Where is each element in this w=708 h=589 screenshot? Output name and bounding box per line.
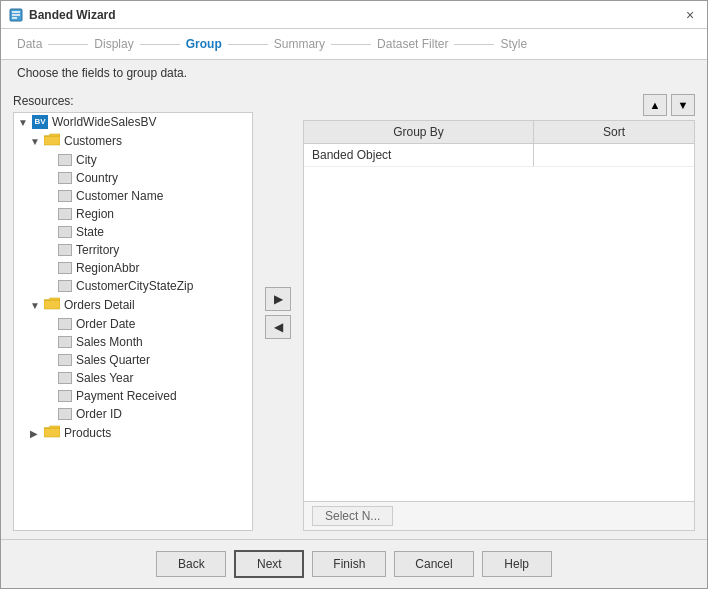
tree-item-state[interactable]: State xyxy=(14,223,252,241)
tree-item-order-date[interactable]: Order Date xyxy=(14,315,252,333)
tree-item-payment-received[interactable]: Payment Received xyxy=(14,387,252,405)
folder-icon-orders xyxy=(44,297,64,313)
table-empty-space xyxy=(304,323,694,502)
field-icon-country xyxy=(58,172,72,184)
sales-year-label: Sales Year xyxy=(76,371,133,385)
step-divider-1 xyxy=(48,44,88,45)
customercitystatezip-label: CustomerCityStateZip xyxy=(76,279,193,293)
finish-button[interactable]: Finish xyxy=(312,551,386,577)
sort-up-button[interactable]: ▲ xyxy=(643,94,667,116)
help-button[interactable]: Help xyxy=(482,551,552,577)
sort-down-button[interactable]: ▼ xyxy=(671,94,695,116)
step-divider-3 xyxy=(228,44,268,45)
step-divider-4 xyxy=(331,44,371,45)
field-icon-regionabbr xyxy=(58,262,72,274)
order-id-label: Order ID xyxy=(76,407,122,421)
tree-item-territory[interactable]: Territory xyxy=(14,241,252,259)
next-button[interactable]: Next xyxy=(234,550,304,578)
regionabbr-label: RegionAbbr xyxy=(76,261,139,275)
step-style[interactable]: Style xyxy=(500,37,527,51)
tree-item-sales-quarter[interactable]: Sales Quarter xyxy=(14,351,252,369)
wizard-steps: Data Display Group Summary Dataset Filte… xyxy=(1,29,707,60)
sort-cell[interactable] xyxy=(534,144,694,166)
bv-icon: BV xyxy=(32,115,48,129)
products-chevron: ▶ xyxy=(30,428,42,439)
step-data[interactable]: Data xyxy=(17,37,42,51)
tree-folder-orders[interactable]: ▼ Orders Detail xyxy=(14,295,252,315)
remove-field-button[interactable]: ◀ xyxy=(265,315,291,339)
group-table-body: Banded Object xyxy=(304,144,694,323)
tree-item-order-id[interactable]: Order ID xyxy=(14,405,252,423)
col-sort-header: Sort xyxy=(534,121,694,143)
field-icon-payment-received xyxy=(58,390,72,402)
tree-item-region[interactable]: Region xyxy=(14,205,252,223)
payment-received-label: Payment Received xyxy=(76,389,177,403)
group-table: Group By Sort Banded Object Select N... xyxy=(303,120,695,531)
region-label: Region xyxy=(76,207,114,221)
tree-item-regionabbr[interactable]: RegionAbbr xyxy=(14,259,252,277)
tree-item-city[interactable]: City xyxy=(14,151,252,169)
step-divider-5 xyxy=(454,44,494,45)
field-icon-territory xyxy=(58,244,72,256)
field-icon-city xyxy=(58,154,72,166)
tree-item-customer-name[interactable]: Customer Name xyxy=(14,187,252,205)
order-date-label: Order Date xyxy=(76,317,135,331)
left-panel: Resources: ▼ BV WorldWideSalesBV ▼ xyxy=(13,94,253,531)
wizard-icon xyxy=(9,8,23,22)
close-button[interactable]: × xyxy=(681,6,699,24)
field-icon-customer-name xyxy=(58,190,72,202)
field-icon-sales-month xyxy=(58,336,72,348)
customer-name-label: Customer Name xyxy=(76,189,163,203)
add-field-button[interactable]: ▶ xyxy=(265,287,291,311)
step-summary[interactable]: Summary xyxy=(274,37,325,51)
subtitle: Choose the fields to group data. xyxy=(1,60,707,86)
sales-quarter-label: Sales Quarter xyxy=(76,353,150,367)
group-by-cell: Banded Object xyxy=(304,144,534,166)
tree-folder-products[interactable]: ▶ Products xyxy=(14,423,252,443)
step-divider-2 xyxy=(140,44,180,45)
state-label: State xyxy=(76,225,104,239)
step-group[interactable]: Group xyxy=(186,37,222,51)
resources-label: Resources: xyxy=(13,94,253,108)
field-icon-sales-quarter xyxy=(58,354,72,366)
root-chevron: ▼ xyxy=(18,117,30,128)
footer: Back Next Finish Cancel Help xyxy=(1,539,707,588)
tree-folder-customers[interactable]: ▼ Customers xyxy=(14,131,252,151)
col-group-by-header: Group By xyxy=(304,121,534,143)
field-icon-order-id xyxy=(58,408,72,420)
field-icon-sales-year xyxy=(58,372,72,384)
back-button[interactable]: Back xyxy=(156,551,226,577)
title-bar: Banded Wizard × xyxy=(1,1,707,29)
orders-label: Orders Detail xyxy=(64,298,135,312)
tree-item-sales-month[interactable]: Sales Month xyxy=(14,333,252,351)
select-n-button[interactable]: Select N... xyxy=(312,506,393,526)
sales-month-label: Sales Month xyxy=(76,335,143,349)
tree-item-sales-year[interactable]: Sales Year xyxy=(14,369,252,387)
banded-wizard-window: Banded Wizard × Data Display Group Summa… xyxy=(0,0,708,589)
sort-controls: ▲ ▼ xyxy=(303,94,695,116)
tree-root[interactable]: ▼ BV WorldWideSalesBV xyxy=(14,113,252,131)
step-dataset-filter[interactable]: Dataset Filter xyxy=(377,37,448,51)
root-label: WorldWideSalesBV xyxy=(52,115,156,129)
step-display[interactable]: Display xyxy=(94,37,133,51)
orders-chevron: ▼ xyxy=(30,300,42,311)
tree-container[interactable]: ▼ BV WorldWideSalesBV ▼ Customers xyxy=(13,112,253,531)
tree-item-customercitystatezip[interactable]: CustomerCityStateZip xyxy=(14,277,252,295)
field-icon-state xyxy=(58,226,72,238)
customers-chevron: ▼ xyxy=(30,136,42,147)
products-label: Products xyxy=(64,426,111,440)
group-table-header: Group By Sort xyxy=(304,121,694,144)
main-content: Resources: ▼ BV WorldWideSalesBV ▼ xyxy=(1,86,707,539)
table-row[interactable]: Banded Object xyxy=(304,144,694,167)
field-icon-customercitystatezip xyxy=(58,280,72,292)
territory-label: Territory xyxy=(76,243,119,257)
middle-buttons: ▶ ◀ xyxy=(261,94,295,531)
title-bar-left: Banded Wizard xyxy=(9,8,116,22)
city-label: City xyxy=(76,153,97,167)
cancel-button[interactable]: Cancel xyxy=(394,551,473,577)
right-panel: ▲ ▼ Group By Sort Banded Object Select N… xyxy=(303,94,695,531)
customers-label: Customers xyxy=(64,134,122,148)
window-title: Banded Wizard xyxy=(29,8,116,22)
tree-item-country[interactable]: Country xyxy=(14,169,252,187)
field-icon-region xyxy=(58,208,72,220)
